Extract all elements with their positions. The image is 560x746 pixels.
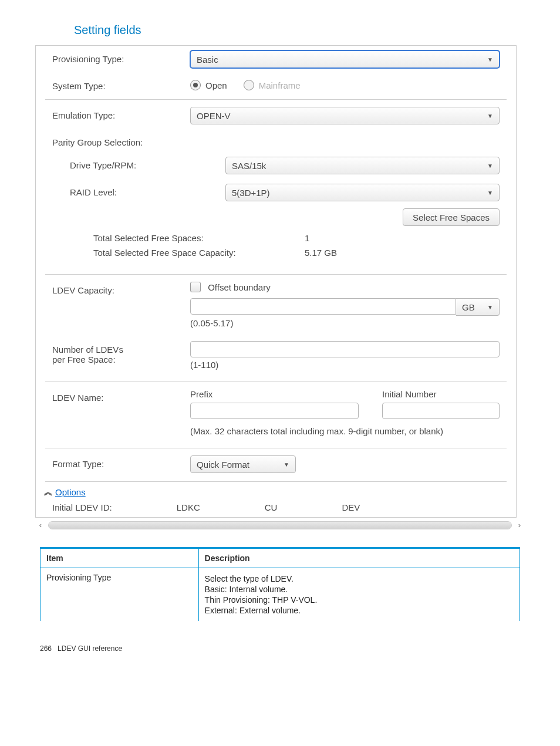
num-ldevs-label-2: per Free Space: bbox=[52, 355, 190, 364]
system-type-open-radio[interactable]: Open bbox=[190, 80, 227, 90]
drive-type-label: Drive Type/RPM: bbox=[52, 157, 208, 170]
table-cell-item: Provisioning Type bbox=[41, 568, 199, 622]
format-type-label: Format Type: bbox=[52, 455, 190, 469]
system-type-mainframe-label: Mainframe bbox=[259, 80, 301, 90]
scroll-track[interactable] bbox=[48, 521, 512, 529]
ldev-capacity-input[interactable] bbox=[190, 298, 456, 315]
description-table: Item Description Provisioning Type Selec… bbox=[40, 547, 520, 621]
provisioning-type-select[interactable]: Basic ▼ bbox=[190, 50, 500, 68]
raid-level-label: RAID Level: bbox=[52, 184, 208, 197]
ldev-name-prefix-label: Prefix bbox=[190, 389, 359, 399]
ldev-name-label: LDEV Name: bbox=[52, 389, 190, 403]
desc-line: Thin Provisioning: THP V-VOL. bbox=[205, 595, 514, 605]
checkbox-icon bbox=[190, 282, 201, 292]
initial-ldev-id-label: Initial LDEV ID: bbox=[52, 502, 112, 512]
drive-type-value: SAS/15k bbox=[232, 161, 266, 171]
num-ldevs-range: (1-110) bbox=[190, 357, 500, 373]
initial-ldev-ldkc: LDKC bbox=[177, 502, 200, 512]
table-header-desc: Description bbox=[198, 548, 519, 568]
emulation-type-select[interactable]: OPEN-V ▼ bbox=[190, 107, 500, 124]
initial-ldev-dev: DEV bbox=[342, 502, 360, 512]
chevron-down-icon: ▼ bbox=[487, 113, 493, 119]
initial-ldev-cu: CU bbox=[265, 502, 278, 512]
chevron-down-icon: ▼ bbox=[284, 461, 289, 468]
ldev-capacity-unit-select[interactable]: GB ▼ bbox=[456, 298, 500, 316]
scroll-right-icon[interactable]: › bbox=[514, 520, 525, 531]
ldev-capacity-unit-value: GB bbox=[462, 302, 475, 312]
chapter-title: LDEV GUI reference bbox=[58, 644, 122, 653]
raid-level-value: 5(3D+1P) bbox=[232, 188, 270, 198]
format-type-select[interactable]: Quick Format ▼ bbox=[190, 455, 296, 473]
parity-group-selection-label: Parity Group Selection: bbox=[52, 134, 190, 147]
raid-level-select[interactable]: 5(3D+1P) ▼ bbox=[225, 184, 500, 201]
num-ldevs-label-1: Number of LDEVs bbox=[52, 345, 190, 355]
horizontal-scrollbar[interactable]: ‹ › bbox=[35, 520, 525, 531]
total-free-capacity-label: Total Selected Free Space Capacity: bbox=[93, 248, 305, 258]
chevron-down-icon: ▼ bbox=[487, 190, 493, 196]
emulation-type-label: Emulation Type: bbox=[52, 107, 190, 120]
system-type-label: System Type: bbox=[52, 77, 190, 91]
scroll-left-icon[interactable]: ‹ bbox=[35, 520, 46, 531]
page-number: 266 bbox=[40, 644, 52, 653]
chevron-down-icon: ▼ bbox=[487, 304, 493, 310]
ldev-name-initial-label: Initial Number bbox=[382, 389, 500, 399]
section-title: Setting fields bbox=[74, 23, 560, 37]
ldev-name-initial-input[interactable] bbox=[382, 403, 500, 419]
total-free-spaces-value: 1 bbox=[305, 233, 309, 243]
desc-line: External: External volume. bbox=[205, 606, 514, 615]
num-ldevs-input[interactable] bbox=[190, 341, 500, 357]
scroll-thumb[interactable] bbox=[49, 522, 511, 529]
system-type-mainframe-radio[interactable]: Mainframe bbox=[244, 80, 301, 90]
format-type-value: Quick Format bbox=[197, 460, 249, 470]
drive-type-select[interactable]: SAS/15k ▼ bbox=[225, 157, 500, 174]
total-free-spaces-label: Total Selected Free Spaces: bbox=[93, 233, 305, 243]
collapse-icon: ︽ bbox=[44, 487, 50, 498]
ldev-capacity-range: (0.05-5.17) bbox=[190, 316, 500, 332]
screenshot-scroll-wrap[interactable]: Provisioning Type: Basic ▼ System Type: … bbox=[35, 45, 525, 518]
desc-line: Select the type of LDEV. bbox=[205, 574, 514, 583]
provisioning-type-value: Basic bbox=[197, 55, 218, 65]
select-free-spaces-button[interactable]: Select Free Spaces bbox=[403, 208, 500, 226]
ldev-capacity-label: LDEV Capacity: bbox=[52, 282, 190, 295]
table-header-item: Item bbox=[41, 548, 199, 568]
radio-icon bbox=[244, 80, 254, 90]
offset-boundary-label: Offset boundary bbox=[208, 282, 270, 292]
system-type-open-label: Open bbox=[205, 80, 227, 90]
chevron-down-icon: ▼ bbox=[487, 56, 493, 63]
options-link[interactable]: Options bbox=[55, 487, 86, 497]
settings-panel: Provisioning Type: Basic ▼ System Type: … bbox=[35, 45, 517, 518]
ldev-name-hint: (Max. 32 characters total including max.… bbox=[190, 424, 500, 440]
table-cell-desc: Select the type of LDEV. Basic: Internal… bbox=[198, 568, 519, 622]
radio-icon bbox=[190, 80, 201, 90]
emulation-type-value: OPEN-V bbox=[197, 111, 231, 121]
desc-line: Basic: Internal volume. bbox=[205, 585, 514, 594]
table-row: Provisioning Type Select the type of LDE… bbox=[41, 568, 520, 622]
provisioning-type-label: Provisioning Type: bbox=[52, 50, 190, 64]
total-free-capacity-value: 5.17 GB bbox=[305, 248, 337, 258]
ldev-name-prefix-input[interactable] bbox=[190, 403, 359, 419]
offset-boundary-checkbox[interactable]: Offset boundary bbox=[190, 282, 271, 292]
chevron-down-icon: ▼ bbox=[487, 163, 493, 169]
